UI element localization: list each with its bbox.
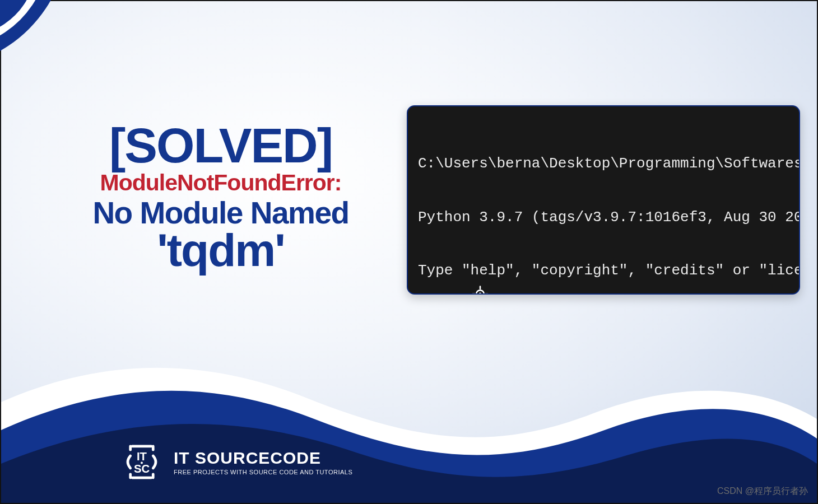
brand-block: IT SC IT SOURCECODE FREE PROJECTS WITH S… (120, 440, 352, 484)
attribution-text: CSDN @程序员行者孙 (717, 486, 808, 497)
slide-root: [SOLVED] ModuleNotFoundError: No Module … (0, 0, 818, 504)
svg-point-0 (476, 290, 484, 295)
brand-logo-icon: IT SC (120, 440, 164, 484)
svg-text:IT: IT (137, 450, 147, 463)
svg-point-1 (478, 292, 481, 295)
headline-error-name: ModuleNotFoundError: (41, 171, 400, 195)
headline-no-module: No Module Named (41, 197, 400, 228)
lens-icon (418, 267, 437, 286)
headline-solved: [SOLVED] (41, 123, 400, 167)
terminal-line: Type "help", "copyright", "credits" or "… (413, 262, 799, 280)
svg-text:SC: SC (134, 463, 150, 475)
brand-tagline: FREE PROJECTS WITH SOURCE CODE AND TUTOR… (174, 469, 352, 475)
headline-module: 'tqdm' (41, 228, 400, 272)
brand-name: IT SOURCECODE (174, 449, 352, 468)
terminal-panel: C:\Users\berna\Desktop\Programming\Softw… (407, 105, 800, 295)
terminal-line: C:\Users\berna\Desktop\Programming\Softw… (413, 155, 799, 173)
headline-block: [SOLVED] ModuleNotFoundError: No Module … (41, 123, 400, 272)
corner-ornament-inner (0, 0, 36, 36)
terminal-line: Python 3.9.7 (tags/v3.9.7:1016ef3, Aug 3… (413, 209, 799, 227)
corner-ornament (1, 1, 113, 113)
brand-text: IT SOURCECODE FREE PROJECTS WITH SOURCE … (174, 449, 352, 475)
svg-point-4 (141, 462, 143, 464)
